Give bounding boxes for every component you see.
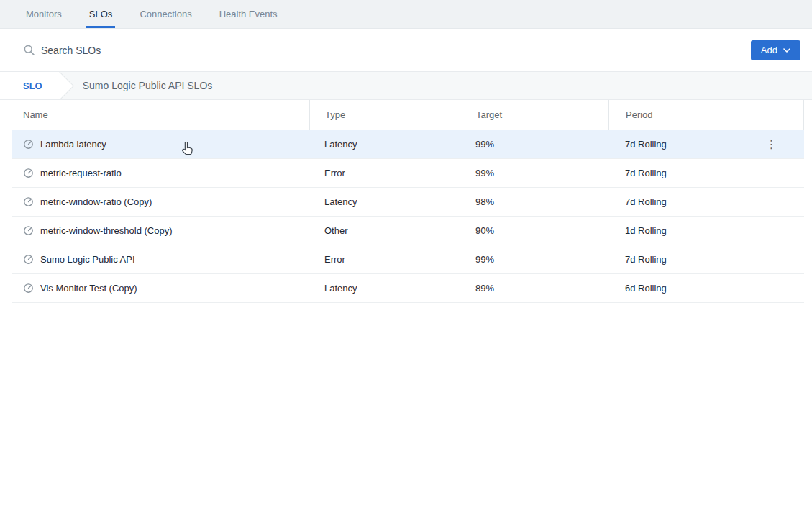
table-row[interactable]: metric-window-ratio (Copy) Latency 98% 7…	[12, 188, 804, 217]
column-header-target[interactable]: Target	[460, 100, 608, 130]
slo-period: 1d Rolling	[608, 225, 804, 236]
top-tab-bar: Monitors SLOs Connections Health Events	[0, 0, 812, 29]
breadcrumb-root-slo[interactable]: SLO	[0, 71, 60, 100]
slo-target: 99%	[460, 168, 608, 178]
gauge-icon	[23, 168, 34, 178]
gauge-icon	[23, 196, 34, 207]
slo-period: 7d Rolling	[608, 196, 804, 207]
tab-monitors[interactable]: Monitors	[23, 0, 65, 28]
gauge-icon	[23, 225, 34, 236]
tab-slos[interactable]: SLOs	[86, 0, 116, 28]
gauge-icon	[23, 283, 34, 294]
slo-name: Lambda latency	[40, 139, 106, 150]
table-row[interactable]: Lambda latency Latency 99% 7d Rolling ⋮	[12, 130, 804, 159]
breadcrumb: SLO Sumo Logic Public API SLOs	[0, 71, 812, 100]
breadcrumb-current: Sumo Logic Public API SLOs	[83, 80, 213, 91]
slo-period: 7d Rolling	[608, 254, 804, 265]
slo-name: metric-request-ratio	[40, 168, 122, 178]
slo-type: Latency	[309, 196, 460, 207]
slo-type: Error	[309, 168, 460, 178]
slo-target: 98%	[460, 196, 608, 207]
slo-name: metric-window-threshold (Copy)	[40, 225, 173, 236]
table-row[interactable]: Vis Monitor Test (Copy) Latency 89% 6d R…	[12, 274, 804, 303]
slo-period: 7d Rolling	[608, 168, 804, 178]
table-row[interactable]: metric-window-threshold (Copy) Other 90%…	[12, 217, 804, 245]
gauge-icon	[23, 139, 34, 150]
kebab-menu-icon[interactable]: ⋮	[764, 135, 780, 154]
slo-target: 99%	[460, 139, 608, 150]
chevron-down-icon	[783, 48, 790, 53]
slo-target: 99%	[460, 254, 608, 265]
search-input[interactable]	[41, 45, 751, 56]
slo-type: Other	[309, 225, 460, 236]
tab-health-events[interactable]: Health Events	[216, 0, 280, 28]
search-icon	[23, 44, 35, 56]
search-toolbar: Add	[0, 29, 812, 71]
slo-type: Latency	[309, 283, 460, 294]
table-row[interactable]: metric-request-ratio Error 99% 7d Rollin…	[12, 159, 804, 188]
column-header-name[interactable]: Name	[12, 100, 309, 130]
add-button[interactable]: Add	[751, 40, 800, 60]
tab-connections[interactable]: Connections	[137, 0, 194, 28]
table-header-row: Name Type Target Period	[12, 100, 804, 130]
slo-target: 89%	[460, 283, 608, 294]
slo-name: metric-window-ratio (Copy)	[40, 196, 152, 207]
table-row[interactable]: Sumo Logic Public API Error 99% 7d Rolli…	[12, 245, 804, 274]
slo-name: Sumo Logic Public API	[40, 254, 135, 265]
column-header-period[interactable]: Period	[608, 100, 804, 130]
slo-type: Latency	[309, 139, 460, 150]
column-header-type[interactable]: Type	[309, 100, 460, 130]
gauge-icon	[23, 254, 34, 265]
slo-name: Vis Monitor Test (Copy)	[40, 283, 137, 294]
add-button-label: Add	[761, 45, 777, 55]
slo-target: 90%	[460, 225, 608, 236]
slo-table: Name Type Target Period Lambda latency L…	[12, 100, 804, 303]
slo-period: 6d Rolling	[608, 283, 804, 294]
slo-type: Error	[309, 254, 460, 265]
